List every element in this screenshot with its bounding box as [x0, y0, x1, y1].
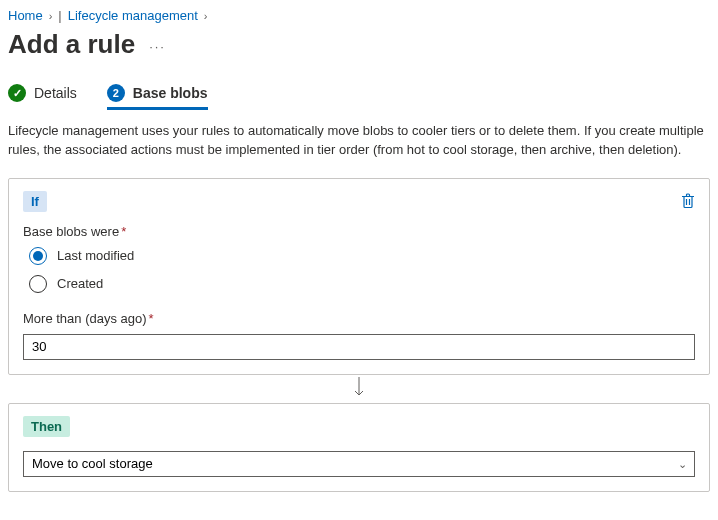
step-details[interactable]: ✓ Details	[8, 84, 77, 108]
step-base-blobs[interactable]: 2 Base blobs	[107, 84, 208, 108]
breadcrumb-pipe: |	[58, 8, 61, 23]
trash-icon[interactable]	[681, 193, 695, 209]
if-condition-block: If Base blobs were* Last modified Create…	[8, 178, 710, 375]
radio-label-created: Created	[57, 276, 103, 291]
step-label-details: Details	[34, 85, 77, 101]
more-actions-button[interactable]: ···	[149, 39, 166, 72]
chevron-right-icon: ›	[49, 10, 53, 22]
if-badge: If	[23, 191, 47, 212]
radio-icon	[29, 275, 47, 293]
action-select[interactable]	[23, 451, 695, 477]
base-blobs-were-label: Base blobs were*	[23, 224, 695, 239]
chevron-right-icon: ›	[204, 10, 208, 22]
then-action-block: Then ⌄	[8, 403, 710, 492]
check-icon: ✓	[8, 84, 26, 102]
then-badge: Then	[23, 416, 70, 437]
page-title: Add a rule	[8, 29, 135, 60]
description-text: Lifecycle management uses your rules to …	[8, 122, 710, 160]
radio-icon	[29, 247, 47, 265]
breadcrumb-home[interactable]: Home	[8, 8, 43, 23]
breadcrumb-lifecycle[interactable]: Lifecycle management	[68, 8, 198, 23]
flow-arrow-icon	[8, 375, 710, 403]
breadcrumb: Home › | Lifecycle management ›	[8, 8, 710, 23]
base-blobs-radio-group: Last modified Created	[29, 247, 695, 293]
step-number-badge: 2	[107, 84, 125, 102]
radio-last-modified[interactable]: Last modified	[29, 247, 695, 265]
step-label-base-blobs: Base blobs	[133, 85, 208, 101]
steps-nav: ✓ Details 2 Base blobs	[8, 84, 710, 108]
radio-label-last-modified: Last modified	[57, 248, 134, 263]
more-than-days-label: More than (days ago)*	[23, 311, 695, 326]
radio-created[interactable]: Created	[29, 275, 695, 293]
days-ago-input[interactable]	[23, 334, 695, 360]
